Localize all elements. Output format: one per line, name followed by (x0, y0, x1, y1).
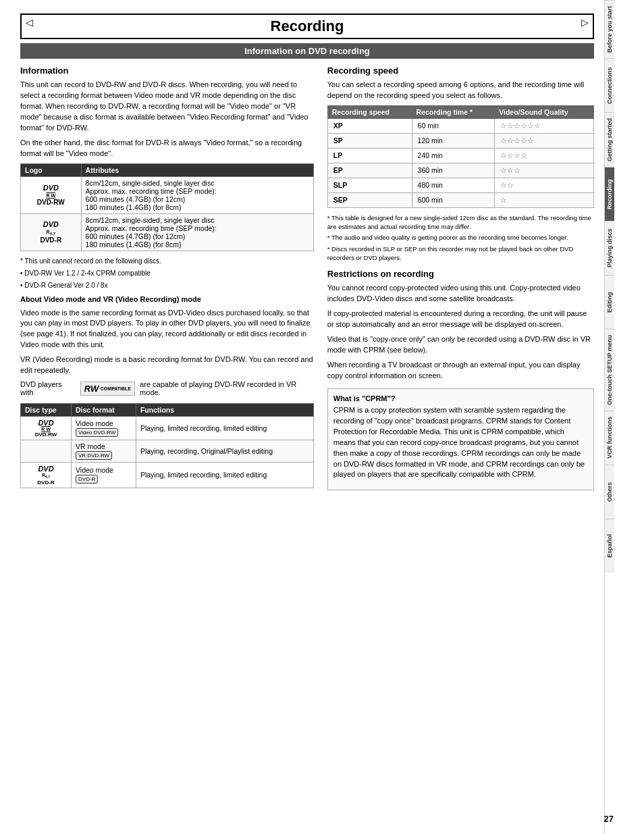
disc-type-cell-2 (21, 440, 72, 463)
dvd-rw-logo-cell: DVD R W DVD-RW (21, 176, 82, 213)
speed-cell: SP (327, 133, 412, 148)
cprm-para: CPRM is a copy protection system with sc… (333, 405, 588, 481)
table-row: LP 240 min ☆☆☆☆ (327, 148, 593, 163)
dvdr-badge: DVD-R (76, 475, 98, 484)
speed-heading: Recording speed (327, 66, 594, 76)
sidebar-tab[interactable]: VCR functions (605, 411, 614, 465)
attrs-col-header: Attributes (81, 163, 313, 176)
info-para2: On the other hand, the disc format for D… (20, 138, 314, 159)
disc-format-r: Video mode DVD-R (72, 463, 136, 488)
sidebar-tab[interactable]: Others (605, 465, 614, 519)
disc-format-vr: VR mode VR DVD-RW (72, 440, 136, 463)
speed-intro: You can select a recording speed among 6… (327, 80, 594, 101)
stars-cell: ☆☆ (495, 178, 594, 192)
dvd-rw-attrs: 8cm/12cm, single-sided, single layer dis… (81, 176, 313, 213)
right-column: Recording speed You can select a recordi… (327, 66, 594, 494)
table-row: DVD R W DVD-RW 8cm/12cm, single-sided, s… (21, 176, 314, 213)
bullet1: • DVD-RW Ver 1.2 / 2-4x CPRM compatible (20, 269, 314, 278)
restrictions-heading: Restrictions on recording (327, 269, 594, 279)
logo-table: Logo Attributes DVD R W DVD-RW 8cm/12cm,… (20, 163, 314, 251)
speed-table: Recording speed Recording time * Video/S… (327, 105, 594, 208)
rw-para-start: DVD players with (20, 380, 76, 396)
vr-badge: VR DVD-RW (76, 451, 112, 460)
quality-col-header: Video/Sound Quality (495, 105, 594, 118)
rw-para-end: are capable of playing DVD-RW recorded i… (140, 380, 314, 396)
time-cell: 120 min (412, 133, 495, 148)
speed-col-header: Recording speed (327, 105, 412, 118)
corner-left: ◁ (26, 17, 33, 28)
speed-cell: SLP (327, 178, 412, 192)
speed-cell: XP (327, 118, 412, 133)
table-row: DVD R4.7 DVD-R 8cm/12cm, single-sided, s… (21, 213, 314, 251)
about-para1: Video mode is the same recording format … (20, 308, 314, 351)
restrictions-section: Restrictions on recording You cannot rec… (327, 269, 594, 490)
about-para2: VR (Video Recording) mode is a basic rec… (20, 355, 314, 376)
table-row: DVD R W DVD-RW Video mode Video DVD-RW P… (21, 417, 314, 440)
sidebar-tab[interactable]: Before you start (605, 0, 614, 58)
time-cell: 60 min (412, 118, 495, 133)
info-heading: Information (20, 66, 314, 76)
sidebar-tab[interactable]: Recording (605, 167, 614, 221)
disc-type-table: Disc type Disc format Functions DVD R W (20, 403, 314, 488)
restrictions-para4: When recording a TV broadcast or through… (327, 360, 594, 382)
dvd-rw-logo: DVD (43, 184, 59, 192)
stars-cell: ☆ (495, 192, 594, 207)
functions-1: Playing, limited recording, limited edit… (136, 417, 313, 440)
page-title-box: ◁ Recording ▷ (20, 14, 594, 39)
table-row: EP 360 min ☆☆☆ (327, 163, 593, 178)
dvd-r-logo-cell: DVD R4.7 DVD-R (21, 213, 82, 251)
table-row: XP 60 min ☆☆☆☆☆☆ (327, 118, 593, 133)
disc-type-cell-3: DVD R4.7 DVD-R (21, 463, 72, 488)
sidebar-tab[interactable]: Playing discs (605, 221, 614, 275)
page-number: 27 (604, 814, 614, 824)
speed-cell: SEP (327, 192, 412, 207)
disc-format-video: Video mode Video DVD-RW (72, 417, 136, 440)
stars-cell: ☆☆☆ (495, 163, 594, 178)
footnote: * This table is designed for a new singl… (327, 213, 594, 232)
footnote: * The audio and video quality is getting… (327, 233, 594, 242)
disc-type-cell: DVD R W DVD-RW (21, 417, 72, 440)
speed-footnotes: * This table is designed for a new singl… (327, 213, 594, 262)
sidebar-tab[interactable]: Editing (605, 275, 614, 329)
table-row: SP 120 min ☆☆☆☆☆ (327, 133, 593, 148)
functions-col: Functions (136, 404, 313, 417)
rw-sub: R W (47, 193, 56, 198)
functions-2: Playing, recording, Original/Playlist ed… (136, 440, 313, 463)
sidebar-tab[interactable]: One-touch SETUP menu (605, 329, 614, 411)
cannot-record-note: * This unit cannot record on the followi… (20, 257, 314, 266)
disc-format-col: Disc format (72, 404, 136, 417)
functions-3: Playing, limited recording, limited edit… (136, 463, 313, 488)
stars-cell: ☆☆☆☆☆ (495, 133, 594, 148)
time-cell: 360 min (412, 163, 495, 178)
rw-compatible-badge: RW COMPATIBLE (80, 382, 135, 396)
disc-type-col: Disc type (21, 404, 72, 417)
stars-cell: ☆☆☆☆ (495, 148, 594, 163)
video-badge: Video DVD-RW (76, 428, 118, 437)
right-sidebar: Before you startConnectionsGetting start… (604, 0, 626, 834)
sidebar-tab[interactable]: Español (605, 519, 614, 573)
cprm-title: What is "CPRM"? (333, 394, 588, 402)
dvdr-label: DVD-R (37, 479, 54, 486)
restrictions-para2: If copy-protected material is encountere… (327, 309, 594, 330)
dvd-r-logo: DVD (43, 220, 59, 228)
sidebar-tab[interactable]: Getting started (605, 112, 614, 167)
restrictions-para1: You cannot record copy-protected video u… (327, 283, 594, 305)
sidebar-tab[interactable]: Connections (605, 58, 614, 112)
table-row: SEP 600 min ☆ (327, 192, 593, 207)
info-para1: This unit can record to DVD-RW and DVD-R… (20, 80, 314, 134)
about-heading: About Video mode and VR (Video Recording… (20, 294, 314, 305)
cprm-box: What is "CPRM"? CPRM is a copy protectio… (327, 388, 594, 491)
time-cell: 480 min (412, 178, 495, 192)
footnote: * Discs recorded in SLP or SEP on this r… (327, 244, 594, 263)
logo-col-header: Logo (21, 163, 82, 176)
bullet2: • DVD-R General Ver 2.0 / 8x (20, 281, 314, 290)
restrictions-para3: Video that is "copy-once only" can only … (327, 334, 594, 356)
time-cell: 600 min (412, 192, 495, 207)
time-col-header: Recording time * (412, 105, 495, 118)
section-header: Information on DVD recording (20, 43, 594, 59)
speed-cell: LP (327, 148, 412, 163)
dvd-rw-label: DVD-RW (25, 199, 77, 206)
dvdrw-label: DVD-RW (35, 432, 57, 438)
left-column: Information This unit can record to DVD-… (20, 66, 314, 494)
speed-cell: EP (327, 163, 412, 178)
